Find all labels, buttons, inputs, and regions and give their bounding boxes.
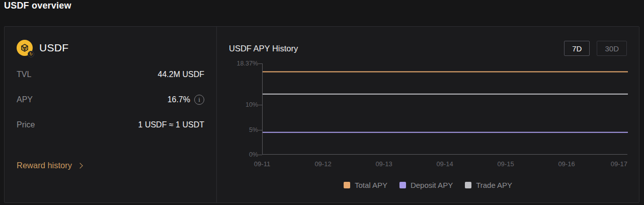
x-axis-tick-label: 09-17 [611,160,627,168]
legend-swatch [399,182,406,188]
legend-item-deposit-apy[interactable]: Deposit APY [399,181,453,189]
bnb-cube-icon [20,43,29,52]
x-axis-tick-label: 09-15 [497,160,514,168]
info-icon[interactable]: i [194,95,204,105]
legend-label: Total APY [355,181,387,189]
range-button-30d[interactable]: 30D [597,41,627,56]
refresh-badge-icon: ↻ [28,51,34,57]
legend-label: Trade APY [476,181,512,189]
y-axis-tick-label: 5% [217,126,258,133]
usdf-overview-card: ↻ USDF TVL44.2M USDFAPY16.7%iPrice1 USDF… [4,26,639,203]
y-axis-tick-label: 10% [217,101,258,108]
stat-row-price: Price1 USDF ≈ 1 USDT [17,112,204,138]
chart-header: USDF APY History 7D30D [229,41,627,56]
stat-value: 1 USDF ≈ 1 USDT [138,120,204,129]
token-name: USDF [39,42,68,54]
legend-swatch [344,182,350,188]
chart-plot-area [262,63,627,155]
token-info-panel: ↻ USDF TVL44.2M USDFAPY16.7%iPrice1 USDF… [5,27,217,202]
legend-item-trade-apy[interactable]: Trade APY [465,181,512,189]
token-header: ↻ USDF [17,40,204,56]
y-axis-tick-label: 0% [217,151,258,158]
page-title: USDF overview [4,1,71,11]
x-axis-tick-label: 09-12 [314,160,331,168]
apy-chart-panel: USDF APY History 7D30D 18.37%10%5%0% 09-… [217,27,639,202]
y-axis-tick-mark [258,130,262,130]
stat-value-wrap: 1 USDF ≈ 1 USDT [138,120,204,129]
x-axis-tick-label: 09-16 [558,160,575,168]
range-selector: 7D30D [564,41,627,56]
usdf-token-logo: ↻ [17,40,33,56]
chart-title: USDF APY History [229,44,298,53]
chevron-right-icon [77,163,83,168]
stat-value-wrap: 44.2M USDF [158,70,204,79]
reward-history-label: Reward history [17,161,72,170]
stat-row-apy: APY16.7%i [17,87,204,112]
stat-row-tvl: TVL44.2M USDF [17,62,204,87]
x-axis-tick-label: 09-13 [375,160,392,168]
legend-label: Deposit APY [411,181,453,189]
x-axis-tick-label: 09-11 [254,160,270,168]
token-stat-rows: TVL44.2M USDFAPY16.7%iPrice1 USDF ≈ 1 US… [17,62,204,138]
y-axis-tick-mark [258,105,262,105]
series-lines [263,63,628,155]
x-axis-tick-label: 09-14 [436,160,453,168]
stat-value: 16.7% [168,95,190,104]
y-axis-tick-label: 18.37% [217,60,258,67]
y-axis-tick-mark [258,63,262,64]
stat-label: Price [17,120,35,129]
y-axis-tick-mark [258,155,262,155]
stat-label: TVL [17,70,31,79]
reward-history-link[interactable]: Reward history [17,161,82,170]
stat-label: APY [17,95,33,104]
chart-legend: Total APYDeposit APYTrade APY [217,181,639,189]
legend-item-total-apy[interactable]: Total APY [344,181,387,189]
range-button-7d[interactable]: 7D [564,41,590,56]
stat-value: 44.2M USDF [158,70,204,79]
stat-value-wrap: 16.7%i [168,95,204,105]
legend-swatch [465,182,471,188]
